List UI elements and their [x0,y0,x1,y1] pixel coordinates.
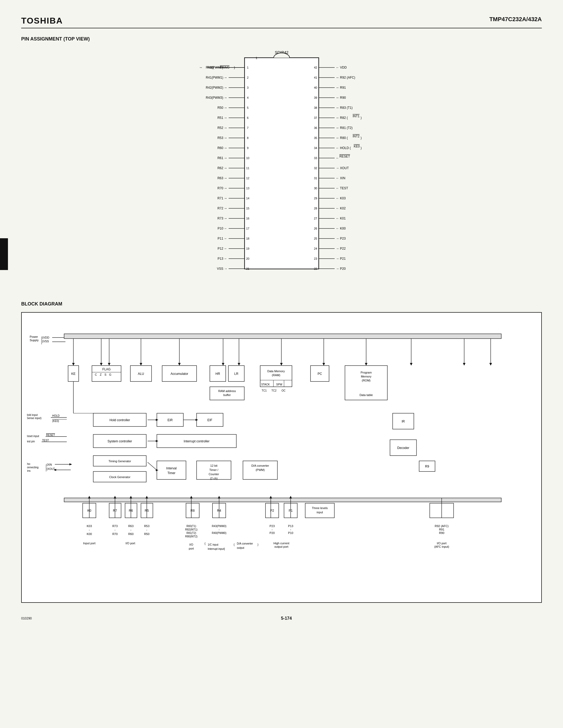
svg-text:K03: K03 [87,524,92,528]
svg-text:I/O port: I/O port [437,542,447,545]
svg-text:R62 ↔: R62 ↔ [217,166,227,170]
svg-text:28: 28 [314,207,317,210]
svg-text:P11 ←: P11 ← [217,237,227,240]
svg-text:(AFC input): (AFC input) [434,545,449,548]
svg-text:8: 8 [247,136,248,140]
svg-text:connecting: connecting [27,466,38,469]
svg-marker-341 [88,496,91,498]
footer-center: 5-174 [281,616,292,621]
pin-num-2: 2 [247,76,248,79]
svg-text:STACK: STACK [261,383,270,386]
svg-text:→ P21: → P21 [336,257,346,260]
svg-text:RESET: RESET [46,434,55,437]
svg-text:Supply: Supply [30,339,39,342]
svg-text:S: S [104,373,106,376]
svg-text:): ) [361,136,362,140]
svg-text:(2 ch): (2 ch) [210,477,217,480]
svg-text:25: 25 [314,237,317,240]
svg-text:4: 4 [247,96,248,99]
svg-marker-156 [280,363,283,366]
svg-text:P10: P10 [288,531,293,534]
svg-text:C: C [95,373,97,376]
svg-text:R60 ↔: R60 ↔ [217,146,227,150]
svg-text:36: 36 [314,126,317,129]
svg-text:← K02: ← K02 [336,206,346,210]
svg-text:K00: K00 [87,532,92,536]
svg-rect-219 [157,461,186,479]
svg-text:): ) [361,146,362,150]
svg-text:Test pin: Test pin [27,440,35,443]
pin-diagram-wrapper: SDIP42 R40(PWM0) ↔ 1 R40(PWM0) ↔ 1 [21,47,542,285]
svg-text:26: 26 [314,227,317,230]
svg-text:←: ← [336,156,339,160]
svg-marker-342 [114,496,116,498]
svg-text:R83(T1): R83(T1) [186,525,196,528]
svg-marker-144 [100,363,102,366]
svg-text:INT2: INT2 [353,134,360,138]
svg-text:→ P22: → P22 [336,247,346,250]
svg-text:RAM address: RAM address [218,389,236,393]
svg-text:R91: R91 [439,528,444,531]
svg-text:Input port: Input port [83,542,95,545]
svg-text:IR: IR [402,420,405,423]
svg-text:12 bit: 12 bit [210,464,217,467]
svg-text:Timer /: Timer / [209,468,218,471]
svg-text:12: 12 [246,177,249,180]
svg-text:30: 30 [314,187,317,190]
svg-text:Timing Generator: Timing Generator [108,460,131,463]
svg-text:(Sense input): (Sense input) [27,417,41,420]
svg-text:{: { [204,542,205,545]
svg-text:5: 5 [247,106,248,109]
svg-text:← K00: ← K00 [336,227,346,230]
svg-text:↑: ↑ [114,529,116,532]
svg-marker-142 [72,363,75,366]
svg-text:↑: ↑ [146,529,147,532]
svg-text:↑: ↑ [218,528,220,531]
svg-text:13: 13 [246,187,249,190]
svg-text:1/C input: 1/C input [208,543,218,546]
svg-text:↑: ↑ [290,528,292,531]
footer-right [541,616,542,621]
svg-text:21: 21 [246,267,249,270]
svg-text:22: 22 [314,267,317,270]
svg-text:R43(PWM3) ↔: R43(PWM3) ↔ [205,96,227,100]
svg-marker-148 [140,363,142,366]
page-header: TOSHIBA TMP47C232A/432A [21,16,542,28]
svg-text:→ P20: → P20 [336,267,346,271]
svg-text:3: 3 [247,86,248,89]
svg-marker-345 [190,496,192,498]
svg-marker-150 [178,363,181,366]
svg-text:Three levels: Three levels [312,506,328,510]
svg-marker-319 [69,463,72,465]
svg-marker-154 [238,363,240,366]
svg-marker-160 [365,363,368,366]
svg-text:HR: HR [215,372,220,376]
svg-text:↔ R90: ↔ R90 [336,96,346,100]
svg-text:R73: R73 [112,524,118,528]
svg-text:LR: LR [234,372,238,376]
svg-text:I/O: I/O [189,543,193,546]
svg-marker-343 [129,496,132,498]
svg-text:R50 ↔: R50 ↔ [217,106,227,110]
svg-text:41: 41 [314,76,317,79]
svg-text:R82(INT1): R82(INT1) [185,528,198,531]
svg-text:R80(INT2): R80(INT2) [185,535,198,538]
svg-text:R52 ↔: R52 ↔ [217,126,227,130]
svg-text:P12 ←: P12 ← [217,247,227,250]
svg-text:R70 ↔: R70 ↔ [217,186,227,190]
svg-text:output port: output port [274,545,289,548]
svg-text:↑: ↑ [130,529,132,532]
svg-text:P13: P13 [288,524,293,528]
svg-text:Osc: Osc [27,462,30,465]
pin-diagram-svg: SDIP42 R40(PWM0) ↔ 1 R40(PWM0) ↔ 1 [162,47,401,285]
page-footer: 010290 5-174 [21,613,542,621]
svg-text:}: } [257,543,258,546]
svg-text:R43(PWM3): R43(PWM3) [212,525,226,528]
svg-rect-140 [64,334,501,339]
svg-text:38: 38 [314,106,317,109]
svg-text:Memory: Memory [361,375,372,378]
svg-text:{XOUT: {XOUT [47,468,55,470]
svg-text:G: G [109,373,111,376]
svg-text:KE0: KE0 [354,145,360,148]
svg-text:20: 20 [246,257,249,260]
